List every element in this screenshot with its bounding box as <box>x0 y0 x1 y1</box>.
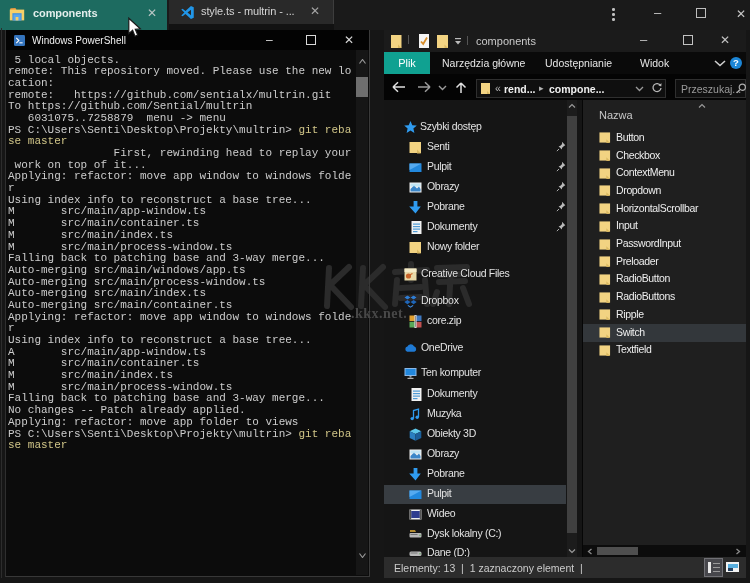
svg-text:.kkx.net.: .kkx.net. <box>351 306 407 321</box>
